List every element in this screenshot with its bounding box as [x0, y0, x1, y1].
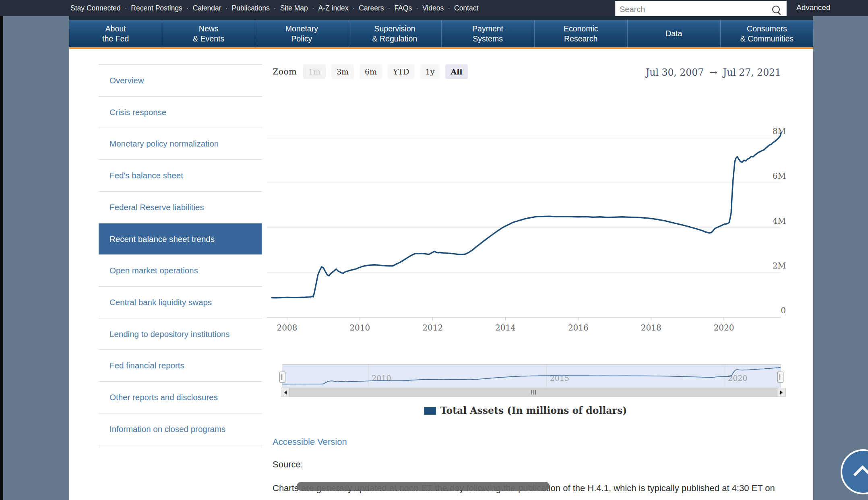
utility-link[interactable]: Publications [221, 4, 270, 12]
source-label: Source: [273, 459, 303, 470]
nav-item-label: Monetary Policy [285, 24, 318, 43]
utility-link[interactable]: Careers [348, 4, 384, 12]
navigator-left-handle[interactable] [279, 372, 285, 383]
svg-text:0: 0 [781, 306, 786, 315]
date-range: Jul 30, 2007→Jul 27, 2021 [628, 67, 781, 78]
zoom-range-button[interactable]: YTD [388, 64, 414, 79]
utility-link[interactable]: Contact [444, 4, 478, 12]
zoom-range-button[interactable]: 3m [331, 64, 354, 79]
chevron-up-icon [853, 465, 868, 484]
nav-item[interactable]: About the Fed [69, 20, 162, 47]
nav-item[interactable]: Supervision & Regulation [348, 20, 441, 47]
sidebar-item[interactable]: Other reports and disclosures [99, 382, 262, 413]
scrollbar-left-arrow-icon[interactable] [281, 388, 289, 397]
zoom-label: Zoom [273, 67, 297, 76]
search-input[interactable] [616, 5, 772, 14]
search-icon[interactable] [772, 6, 780, 13]
zoom-range-button[interactable]: 1m [303, 64, 326, 79]
back-to-top-button[interactable] [841, 449, 868, 494]
sidebar-item[interactable]: Crisis response [99, 97, 262, 128]
svg-text:2012: 2012 [422, 323, 443, 332]
svg-text:2008: 2008 [277, 323, 298, 332]
nav-item-label: Payment Systems [472, 24, 503, 43]
nav-item[interactable]: News & Events [162, 20, 255, 47]
sidebar-item[interactable]: Central bank liquidity swaps [99, 287, 262, 318]
chart-plot-area: 02M4M6M8M2008201020122014201620182020 [262, 91, 789, 332]
nav-item-label: Economic Research [564, 24, 598, 43]
nav-item[interactable]: Data [628, 20, 721, 47]
nav-item-label: Supervision & Regulation [372, 24, 417, 43]
scrollbar-grip-icon [531, 390, 536, 395]
svg-text:2M: 2M [773, 261, 786, 271]
date-range-from[interactable]: Jul 30, 2007 [646, 67, 704, 78]
utility-link[interactable]: Stay Connected [70, 4, 121, 12]
utility-link[interactable]: Calendar [182, 4, 221, 12]
nav-item[interactable]: Payment Systems [442, 20, 535, 47]
zoom-range-button[interactable]: All [445, 64, 467, 79]
nav-item-label: Consumers & Communities [740, 24, 794, 43]
scrollbar-thumb[interactable] [289, 388, 777, 397]
total-assets-chart: 02M4M6M8M2008201020122014201620182020 [262, 91, 789, 332]
utility-links: Stay ConnectedRecent PostingsCalendarPub… [70, 4, 478, 12]
chart-navigator[interactable]: 201020152020 [282, 364, 781, 388]
nav-top-strip [69, 16, 813, 20]
svg-text:2016: 2016 [568, 323, 589, 332]
zoom-buttons: 1m3m6mYTD1yAll [303, 64, 473, 79]
zoom-range-button[interactable]: 1y [420, 64, 440, 79]
sidebar-item[interactable]: Federal Reserve liabilities [99, 192, 262, 223]
svg-text:4M: 4M [773, 216, 786, 226]
navigator-right-handle[interactable] [777, 372, 783, 383]
svg-text:2018: 2018 [641, 323, 661, 332]
overlay-scrollbar-pill[interactable] [297, 482, 550, 491]
zoom-range-button[interactable]: 6m [360, 64, 382, 79]
nav-item-label: News & Events [193, 24, 224, 43]
sidebar-menu: OverviewCrisis responseMonetary policy n… [99, 64, 262, 445]
svg-text:2015: 2015 [550, 374, 569, 382]
nav-item[interactable]: Monetary Policy [255, 20, 348, 47]
utility-link[interactable]: Videos [412, 4, 444, 12]
date-range-arrow: → [709, 67, 717, 78]
svg-text:2020: 2020 [714, 323, 734, 332]
sidebar-item[interactable]: Monetary policy normalization [99, 128, 262, 160]
main-nav: About the FedNews & EventsMonetary Polic… [69, 16, 813, 49]
legend-label: Total Assets (In millions of dollars) [440, 405, 627, 416]
svg-text:2010: 2010 [349, 323, 370, 332]
svg-text:6M: 6M [773, 171, 786, 181]
utility-link[interactable]: FAQs [384, 4, 412, 12]
scrollbar-right-arrow-icon[interactable] [777, 388, 785, 397]
sidebar-item[interactable]: Overview [99, 65, 262, 97]
sidebar-item[interactable]: Lending to depository institutions [99, 318, 262, 350]
nav-accent-bar [69, 47, 813, 49]
nav-item[interactable]: Economic Research [535, 20, 628, 47]
nav-items: About the FedNews & EventsMonetary Polic… [69, 20, 813, 47]
search-box [615, 1, 787, 18]
utility-link[interactable]: Site Map [270, 4, 308, 12]
advanced-search-link[interactable]: Advanced [796, 3, 831, 12]
nav-item[interactable]: Consumers & Communities [721, 20, 813, 47]
zoom-controls: Zoom 1m3m6mYTD1yAll [273, 64, 473, 79]
date-range-to[interactable]: Jul 27, 2021 [723, 67, 781, 78]
navigator-plot: 201020152020 [282, 365, 781, 388]
sidebar-item[interactable]: Information on closed programs [99, 413, 262, 445]
chart-legend[interactable]: Total Assets (In millions of dollars) [262, 405, 789, 416]
svg-text:2020: 2020 [728, 374, 747, 382]
nav-item-label: About the Fed [102, 24, 129, 43]
svg-text:2014: 2014 [495, 323, 516, 332]
svg-text:8M: 8M [773, 126, 786, 136]
chart-scrollbar [281, 388, 786, 397]
screen-edge-strip [0, 16, 3, 500]
utility-link[interactable]: Recent Postings [121, 4, 182, 12]
nav-item-label: Data [665, 29, 682, 38]
sidebar-item[interactable]: Fed's balance sheet [99, 160, 262, 192]
legend-swatch-icon [424, 407, 436, 415]
sidebar-item[interactable]: Fed financial reports [99, 350, 262, 382]
sidebar-item[interactable]: Recent balance sheet trends [99, 223, 262, 255]
utility-link[interactable]: A-Z index [308, 4, 349, 12]
accessible-version-link[interactable]: Accessible Version [273, 437, 347, 447]
sidebar-item[interactable]: Open market operations [99, 255, 262, 287]
